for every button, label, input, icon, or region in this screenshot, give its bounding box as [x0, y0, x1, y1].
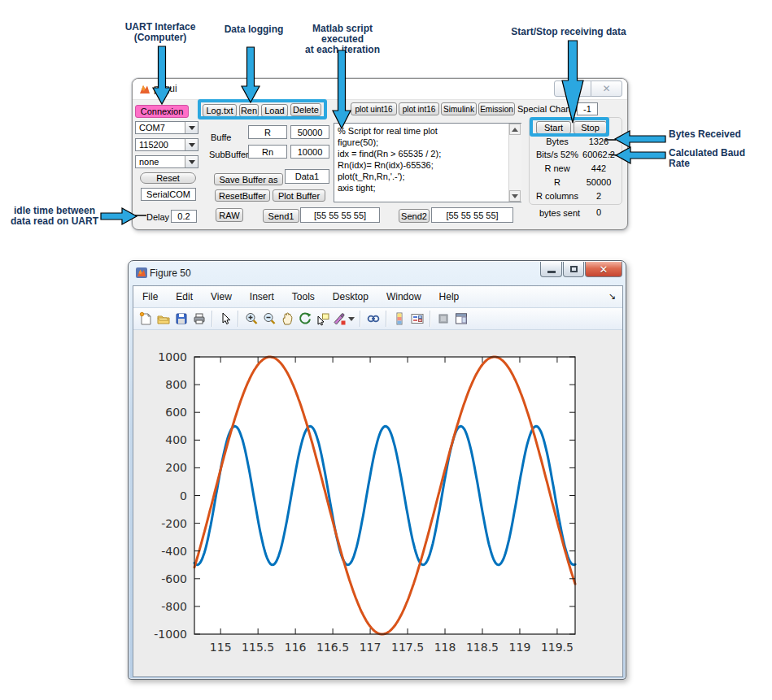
scroll-up-button[interactable] [509, 124, 521, 135]
send2-value-field[interactable]: [55 55 55 55] [431, 207, 513, 223]
send1-value-field[interactable]: [55 55 55 55] [300, 207, 380, 223]
menu-item-view[interactable]: View [202, 286, 241, 307]
scroll-up-icon [512, 128, 518, 132]
save-buffer-as-button[interactable]: Save Buffer as [214, 173, 283, 185]
matlab-icon [139, 84, 150, 94]
edit-cursor-button[interactable] [216, 310, 234, 328]
menu-item-edit[interactable]: Edit [167, 286, 202, 307]
parity-value: none [136, 157, 185, 167]
x-tick-label: 119.5 [541, 641, 574, 654]
open-file-button[interactable] [155, 310, 172, 328]
zoom-in-icon [244, 311, 259, 326]
buffer-size-field[interactable]: 50000 [290, 125, 329, 139]
brush-dropdown-button[interactable] [347, 310, 356, 328]
data-cursor-button[interactable] [314, 310, 332, 328]
parity-select[interactable]: none [135, 155, 198, 168]
menu-item-desktop[interactable]: Desktop [324, 286, 377, 307]
special-channel-field[interactable]: -1 [577, 102, 598, 115]
log-txt-button[interactable]: Log.txt [203, 104, 237, 117]
figure-window-title: Figure 50 [150, 267, 191, 279]
zoom-out-button[interactable] [260, 310, 278, 328]
brush-button[interactable] [332, 310, 347, 328]
figure-window: Figure 50 ✕ File Edit View Insert Tools … [128, 260, 626, 680]
ren-button[interactable]: Ren [239, 104, 259, 117]
minimize-button[interactable] [540, 262, 562, 277]
y-tick-label: -200 [161, 517, 187, 530]
raw-button[interactable]: RAW [216, 208, 243, 222]
save-button[interactable] [172, 310, 190, 328]
send1-button[interactable]: Send1 [263, 209, 299, 223]
minimize-button[interactable] [554, 80, 591, 97]
pcgui-window: pcgui ✕ Connexion Log.txt Ren Load Delet… [132, 78, 628, 230]
zoom-in-button[interactable] [242, 310, 260, 328]
brush-icon [332, 311, 347, 326]
script-editor[interactable]: % Script for real time plot figure(50); … [334, 123, 521, 202]
figure-titlebar[interactable]: Figure 50 ✕ [129, 261, 626, 285]
plot-uint16-button[interactable]: plot uint16 [351, 102, 397, 115]
menu-item-file[interactable]: File [133, 286, 167, 307]
close-button[interactable]: ✕ [585, 262, 622, 277]
dock-figure-button[interactable] [452, 310, 470, 328]
minimize-icon [547, 271, 556, 273]
pcgui-titlebar[interactable]: pcgui ✕ [133, 79, 627, 100]
menu-item-insert[interactable]: Insert [241, 286, 283, 307]
print-button[interactable] [190, 310, 208, 328]
delete-button[interactable]: Delete [290, 103, 321, 116]
pan-hand-button[interactable] [278, 310, 296, 328]
bytes-sent-value: 0 [572, 207, 626, 217]
baud-rate-dropdown-icon[interactable] [185, 139, 198, 150]
x-tick-label: 118.5 [466, 641, 499, 654]
emission-button[interactable]: Emission [478, 102, 515, 115]
print-icon [192, 311, 207, 326]
send2-button[interactable]: Send2 [399, 209, 430, 223]
x-tick-label: 117.5 [391, 641, 424, 654]
delay-field[interactable]: 0.2 [171, 210, 197, 223]
zoom-out-icon [262, 311, 277, 326]
stop-button[interactable]: Stop [574, 121, 607, 134]
delay-label: Delay [146, 212, 169, 222]
com-port-select[interactable]: COM7 [135, 121, 198, 134]
subbuffer-size-field[interactable]: 10000 [290, 145, 329, 159]
y-tick-label: -600 [161, 572, 187, 585]
plot-tools-off-button[interactable] [434, 310, 452, 328]
rotate-3d-icon [298, 311, 312, 326]
save-name-field[interactable]: Data1 [285, 169, 329, 184]
menu-item-window[interactable]: Window [377, 286, 430, 307]
plot-buffer-button[interactable]: Plot Buffer [273, 189, 325, 202]
insert-colorbar-button[interactable] [390, 310, 408, 328]
resetbuffer-button[interactable]: ResetBuffer [215, 189, 270, 202]
connexion-button[interactable]: Connexion [135, 105, 189, 118]
plot-int16-button[interactable]: plot int16 [399, 102, 439, 115]
insert-colorbar-icon [392, 311, 407, 326]
close-icon: ✕ [600, 263, 608, 276]
y-tick-label: 800 [165, 378, 187, 391]
start-button[interactable]: Start [536, 121, 571, 134]
buffer-label: Buffe [211, 133, 232, 142]
annotation-data-logging: Data logging [218, 24, 290, 35]
menu-item-help[interactable]: Help [430, 286, 469, 307]
subbuffer-name-field[interactable]: Rn [248, 145, 287, 159]
edit-cursor-icon [218, 311, 233, 326]
parity-dropdown-icon[interactable] [185, 156, 198, 167]
close-button[interactable]: ✕ [591, 80, 622, 97]
serialcom-field[interactable]: SerialCOM [141, 188, 196, 201]
annotation-idle-time: idle time between data read on UART [8, 206, 101, 227]
com-port-dropdown-icon[interactable] [185, 122, 198, 133]
data-cursor-icon [316, 311, 330, 326]
script-scrollbar[interactable] [508, 124, 521, 202]
restore-button[interactable] [563, 262, 584, 277]
link-plot-button[interactable] [364, 310, 382, 328]
stat-value: 2 [572, 191, 626, 201]
baud-rate-select[interactable]: 115200 [135, 138, 198, 151]
reset-button[interactable]: Reset [140, 172, 196, 184]
rotate-3d-button[interactable] [296, 310, 314, 328]
insert-legend-button[interactable] [408, 310, 426, 328]
menu-overflow-icon[interactable]: ↘ [608, 291, 616, 302]
new-file-button[interactable] [137, 310, 155, 328]
buffer-name-field[interactable]: R [248, 125, 287, 139]
simulink-button[interactable]: Simulink [441, 102, 477, 115]
com-port-value: COM7 [136, 123, 185, 133]
menu-item-tools[interactable]: Tools [283, 286, 324, 307]
load-button[interactable]: Load [261, 104, 288, 117]
annotation-start-stop: Start/Stop receiving data [508, 27, 630, 37]
